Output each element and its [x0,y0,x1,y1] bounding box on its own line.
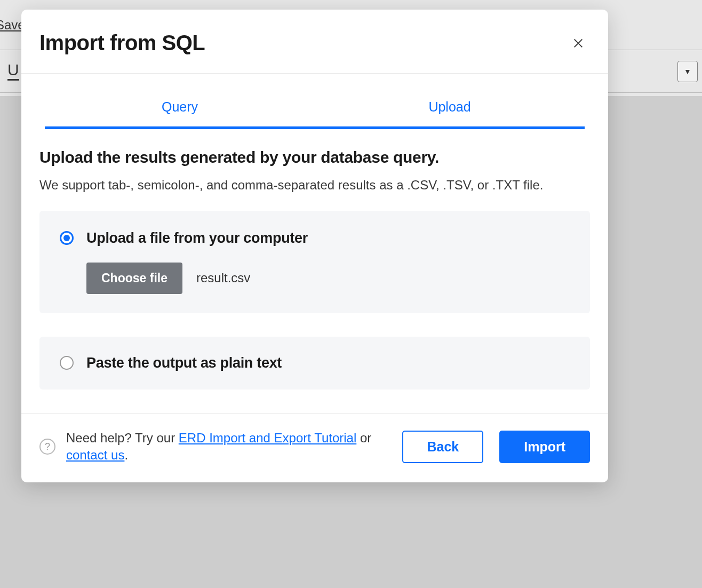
section-description: We support tab-, semicolon-, and comma-s… [39,176,590,195]
modal-footer: ? Need help? Try our ERD Import and Expo… [21,413,608,482]
option-header: Upload a file from your computer [60,230,570,247]
help-icon[interactable]: ? [39,439,55,455]
tab-upload[interactable]: Upload [315,90,585,126]
close-icon [572,37,584,49]
radio-dot-icon [63,235,70,241]
selected-filename: result.csv [196,271,250,285]
import-sql-modal: Import from SQL Query Upload Upload the … [21,10,608,482]
close-button[interactable] [571,36,586,51]
option-header: Paste the output as plain text [60,355,570,371]
option-upload-file[interactable]: Upload a file from your computer Choose … [39,211,590,313]
modal-content: Upload the results generated by your dat… [21,129,608,390]
help-link-tutorial[interactable]: ERD Import and Export Tutorial [179,431,356,445]
help-link-contact[interactable]: contact us [66,448,124,462]
help-suffix: . [124,448,128,462]
footer-actions: Back Import [402,431,590,463]
modal-title: Import from SQL [39,31,205,55]
import-button[interactable]: Import [499,431,590,463]
choose-file-button[interactable]: Choose file [86,263,182,294]
section-heading: Upload the results generated by your dat… [39,148,590,166]
option-upload-file-label: Upload a file from your computer [86,230,308,247]
help-text: Need help? Try our ERD Import and Export… [66,430,392,464]
help-middle: or [356,431,371,445]
back-button[interactable]: Back [402,431,483,463]
radio-upload-file[interactable] [60,231,74,245]
radio-paste-text[interactable] [60,356,74,370]
help-prefix: Need help? Try our [66,431,179,445]
modal-header: Import from SQL [21,10,608,74]
option-paste-text-label: Paste the output as plain text [86,355,282,371]
file-chooser-row: Choose file result.csv [86,263,570,294]
option-paste-text[interactable]: Paste the output as plain text [39,337,590,390]
tab-query[interactable]: Query [45,90,315,126]
tab-bar: Query Upload [45,90,585,129]
